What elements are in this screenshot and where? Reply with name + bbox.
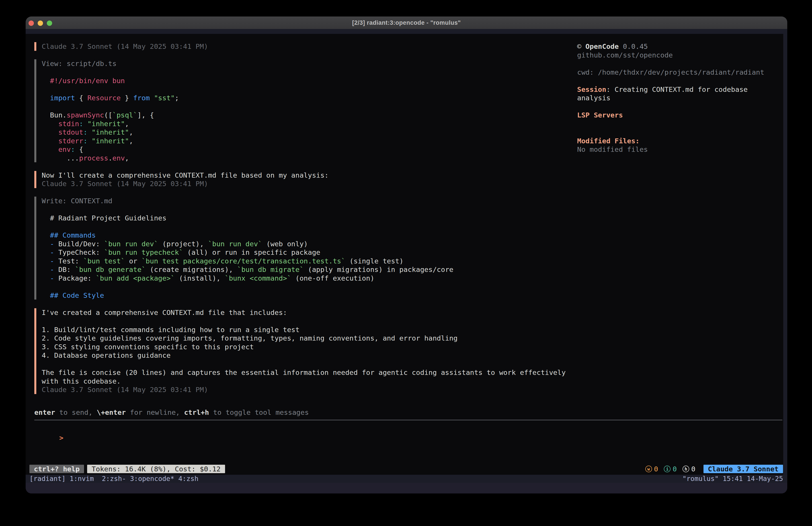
sidebar-info-panel: © OpenCode 0.0.45github.com/sst/opencode… xyxy=(577,42,784,154)
minimize-button-icon[interactable] xyxy=(38,20,43,26)
terminal-line: View: script/db.ts xyxy=(42,59,574,68)
message-block-assistant-text: I've created a comprehensive CONTEXT.md … xyxy=(34,308,574,394)
terminal-line xyxy=(577,119,784,128)
terminal-line xyxy=(577,128,784,137)
terminal-bottom-padding xyxy=(26,483,787,494)
terminal-line: - Test: `bun test` or `bun test packages… xyxy=(42,257,574,266)
warnings-circle-icon: w xyxy=(645,466,652,472)
message-block-tool-view: View: script/db.ts #!/usr/bin/env bun im… xyxy=(34,59,574,162)
terminal-line: Bun.spawnSync([`psql`], { xyxy=(42,111,574,119)
prompt-input[interactable]: > xyxy=(34,425,782,451)
terminal-line: stdout: "inherit", xyxy=(42,128,574,137)
tmux-windows-list[interactable]: [radiant] 1:nvim 2:zsh- 3:opencode* 4:zs… xyxy=(29,475,199,483)
traffic-lights xyxy=(29,20,52,26)
diagnostic-counters: w0i0h0 xyxy=(645,465,695,473)
terminal-line xyxy=(42,102,574,111)
terminal-line: - DB: `bun db generate` (create migratio… xyxy=(42,265,574,274)
terminal-window: [2/3] radiant:3:opencode - "romulus" Cla… xyxy=(26,16,787,494)
conversation: Claude 3.7 Sonnet (14 May 2025 03:41 PM)… xyxy=(34,42,574,402)
terminal-line: env: { xyxy=(42,145,574,154)
input-area: enter to send, \+enter for newline, ctrl… xyxy=(34,408,782,451)
terminal-line: Claude 3.7 Sonnet (14 May 2025 03:41 PM) xyxy=(42,42,574,51)
hints-count: 0 xyxy=(691,465,695,473)
terminal-line: The file is concise (20 lines) and captu… xyxy=(42,368,574,377)
prompt-chevron-icon: > xyxy=(59,434,63,442)
terminal-line: import { Resource } from "sst"; xyxy=(42,94,574,102)
terminal-line: Session: Creating CONTEXT.md for codebas… xyxy=(577,85,784,94)
desktop: { "window": { "title": "[2/3] radiant:3:… xyxy=(0,0,812,526)
terminal-line: stderr: "inherit", xyxy=(42,137,574,145)
message-block-assistant-text: Now I'll create a comprehensive CONTEXT.… xyxy=(34,171,574,188)
title-bar[interactable]: [2/3] radiant:3:opencode - "romulus" xyxy=(26,16,787,29)
terminal-line xyxy=(42,223,574,231)
terminal-line: 1. Build/lint/test commands including ho… xyxy=(42,325,574,334)
message-block-tool-write: Write: CONTEXT.md # Radiant Project Guid… xyxy=(34,197,574,300)
input-divider xyxy=(34,420,782,420)
model-badge[interactable]: Claude 3.7 Sonnet xyxy=(704,465,783,473)
terminal-line: © OpenCode 0.0.45 xyxy=(577,42,784,51)
terminal-line: I've created a comprehensive CONTEXT.md … xyxy=(42,308,574,317)
info-counter: i0 xyxy=(664,465,677,473)
terminal-line: Write: CONTEXT.md xyxy=(42,197,574,205)
message-block-assistant-header: Claude 3.7 Sonnet (14 May 2025 03:41 PM) xyxy=(34,42,574,51)
terminal-line xyxy=(42,317,574,325)
terminal-line: No modified files xyxy=(577,145,784,154)
terminal-line: Claude 3.7 Sonnet (14 May 2025 03:41 PM) xyxy=(42,385,574,394)
terminal-line: with this codebase. xyxy=(42,377,574,386)
terminal-line: - Package: `bun add <package>` (install)… xyxy=(42,274,574,283)
zoom-button-icon[interactable] xyxy=(47,20,52,26)
terminal-line: enter to send, \+enter for newline, ctrl… xyxy=(34,408,782,417)
warnings-count: 0 xyxy=(654,465,658,473)
terminal-line: Modified Files: xyxy=(577,137,784,145)
terminal-line xyxy=(577,59,784,68)
terminal-line xyxy=(577,76,784,85)
terminal-line xyxy=(42,360,574,368)
terminal-line: stdin: "inherit", xyxy=(42,119,574,128)
terminal-line: #!/usr/bin/env bun xyxy=(42,76,574,85)
terminal-line: # Radiant Project Guidelines xyxy=(42,214,574,223)
terminal-line: ...process.env, xyxy=(42,154,574,162)
terminal-line: ## Commands xyxy=(42,231,574,240)
terminal-line xyxy=(577,102,784,111)
terminal-line: - Build/Dev: `bun run dev` (project), `b… xyxy=(42,240,574,248)
info-count: 0 xyxy=(672,465,677,473)
terminal-line: LSP Servers xyxy=(577,111,784,119)
tokens-cost-badge: Tokens: 16.4K (8%), Cost: $0.12 xyxy=(87,465,225,473)
terminal-line: 3. CSS styling conventions specific to t… xyxy=(42,343,574,351)
hints-counter: h0 xyxy=(683,465,695,473)
warnings-counter: w0 xyxy=(645,465,658,473)
status-bar: ctrl+? help Tokens: 16.4K (8%), Cost: $0… xyxy=(29,465,783,473)
help-line: enter to send, \+enter for newline, ctrl… xyxy=(34,408,782,417)
tmux-session-info: "romulus" 15:41 14-May-25 xyxy=(682,475,783,483)
terminal-line: Claude 3.7 Sonnet (14 May 2025 03:41 PM) xyxy=(42,180,574,188)
terminal-line: - TypeCheck: `bun run typecheck` (all) o… xyxy=(42,248,574,257)
terminal-line xyxy=(42,205,574,214)
terminal-line xyxy=(42,68,574,77)
terminal-line: 4. Database operations guidance xyxy=(42,351,574,360)
hints-circle-icon: h xyxy=(683,466,689,472)
terminal-line: ## Code Style xyxy=(42,291,574,300)
terminal-line: analysis xyxy=(577,94,784,102)
help-shortcut-badge: ctrl+? help xyxy=(29,465,84,473)
terminal-line xyxy=(42,85,574,94)
info-circle-icon: i xyxy=(664,466,670,472)
close-button-icon[interactable] xyxy=(29,20,34,26)
window-title: [2/3] radiant:3:opencode - "romulus" xyxy=(352,19,461,26)
tmux-status-bar: [radiant] 1:nvim 2:zsh- 3:opencode* 4:zs… xyxy=(26,475,787,483)
terminal-line: cwd: /home/thdxr/dev/projects/radiant/ra… xyxy=(577,68,784,77)
terminal-line: Now I'll create a comprehensive CONTEXT.… xyxy=(42,171,574,180)
terminal-line: github.com/sst/opencode xyxy=(577,51,784,59)
terminal-line xyxy=(42,282,574,291)
terminal-line: 2. Code style guidelines covering import… xyxy=(42,334,574,343)
